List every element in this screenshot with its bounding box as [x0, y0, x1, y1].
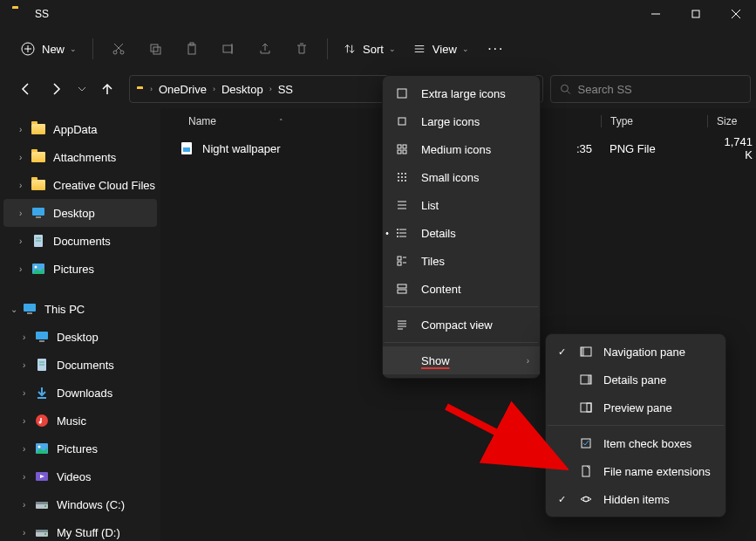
sidebar-item-pictures[interactable]: ›Pictures — [3, 435, 157, 462]
sidebar-item-creative-cloud-files[interactable]: ›Creative Cloud Files — [3, 171, 157, 199]
chevron-right-icon: › — [150, 85, 153, 93]
sidebar-item-downloads[interactable]: ›Downloads — [3, 379, 157, 407]
menu-item-medium-icons[interactable]: Medium icons — [383, 135, 540, 163]
menu-item-show[interactable]: Show › — [383, 346, 540, 374]
chevron-right-icon: › — [19, 153, 28, 162]
svg-point-59 — [398, 176, 399, 178]
menu-item-navigation-pane[interactable]: ✓Navigation pane — [546, 338, 725, 366]
chevron-right-icon: › — [19, 236, 28, 246]
menu-item-content[interactable]: Content — [383, 275, 540, 303]
sidebar-item-this-pc[interactable]: ⌄ This PC — [3, 295, 157, 323]
breadcrumb-segment[interactable]: OneDrive — [159, 83, 207, 96]
chevron-right-icon: › — [23, 332, 31, 342]
current-marker-icon: • — [381, 229, 393, 238]
sort-indicator-icon: ˄ — [279, 118, 283, 127]
sm-icon — [395, 171, 409, 183]
menu-item-details-pane[interactable]: Details pane — [546, 366, 725, 394]
menu-separator — [385, 306, 538, 307]
svg-rect-13 — [188, 45, 195, 54]
chevron-right-icon: › — [19, 181, 28, 190]
sidebar-item-videos[interactable]: ›Videos — [3, 462, 157, 490]
hidden-icon — [579, 493, 593, 505]
search-box[interactable] — [550, 75, 751, 103]
menu-item-extra-large-icons[interactable]: Extra large icons — [383, 79, 540, 107]
svg-rect-43 — [36, 502, 48, 504]
copy-button[interactable] — [139, 34, 172, 64]
window-titlebar: SS — [0, 0, 756, 28]
menu-separator — [385, 342, 538, 343]
divider — [327, 38, 328, 59]
menu-item-hidden-items[interactable]: ✓Hidden items — [546, 485, 725, 513]
sidebar-item-label: Attachments — [53, 151, 116, 164]
svg-rect-50 — [398, 89, 406, 98]
pictures-icon — [35, 442, 49, 455]
breadcrumb-segment[interactable]: Desktop — [221, 83, 263, 96]
sidebar-item-documents[interactable]: ›Documents — [3, 351, 157, 379]
lg-icon — [395, 115, 409, 127]
new-button[interactable]: New ⌄ — [14, 34, 84, 64]
svg-point-60 — [401, 176, 403, 178]
menu-item-compact-view[interactable]: Compact view — [383, 311, 540, 339]
menu-item-tiles[interactable]: Tiles — [383, 247, 540, 275]
svg-point-47 — [44, 533, 46, 535]
sidebar-item-label: Desktop — [53, 207, 95, 220]
svg-rect-30 — [27, 312, 32, 314]
menu-item-list[interactable]: List — [383, 191, 540, 219]
documents-icon — [35, 358, 49, 372]
view-button[interactable]: View ⌄ — [406, 34, 476, 64]
sidebar-item-my-stuff-d-[interactable]: ›My Stuff (D:) — [3, 518, 157, 541]
sidebar-item-windows-c-[interactable]: ›Windows (C:) — [3, 490, 157, 518]
share-button[interactable] — [249, 34, 282, 64]
cut-button[interactable] — [102, 34, 135, 64]
rename-button[interactable] — [212, 34, 245, 64]
previewpane-icon — [579, 401, 593, 414]
chevron-right-icon: › — [23, 360, 31, 370]
paste-button[interactable] — [175, 34, 208, 64]
tiles-icon — [395, 255, 409, 267]
menu-item-label: Item check boxes — [603, 437, 691, 450]
svg-line-10 — [114, 44, 121, 51]
search-input[interactable] — [578, 83, 741, 96]
more-button[interactable]: ··· — [480, 34, 513, 64]
menu-item-small-icons[interactable]: Small icons — [383, 163, 540, 191]
svg-point-56 — [398, 173, 399, 175]
menu-item-label: Large icons — [421, 115, 480, 128]
menu-item-file-name-extensions[interactable]: File name extensions — [546, 457, 725, 485]
chevron-right-icon: › — [19, 264, 28, 274]
back-button[interactable] — [10, 74, 40, 104]
menu-item-preview-pane[interactable]: Preview pane — [546, 394, 725, 421]
close-button[interactable] — [716, 0, 756, 28]
sidebar-item-label: Downloads — [57, 387, 112, 400]
sidebar-item-desktop[interactable]: ›Desktop — [3, 323, 157, 351]
sidebar-item-pictures[interactable]: ›Pictures — [3, 255, 157, 283]
sort-button[interactable]: Sort ⌄ — [337, 34, 403, 64]
column-size[interactable]: Size — [707, 115, 737, 127]
minimize-button[interactable] — [636, 0, 676, 28]
sidebar-item-documents[interactable]: ›Documents — [3, 227, 157, 255]
chevron-right-icon: › — [23, 528, 31, 538]
menu-item-item-check-boxes[interactable]: Item check boxes — [546, 429, 725, 457]
sidebar-item-attachments[interactable]: ›Attachments — [3, 143, 157, 171]
up-button[interactable] — [92, 74, 122, 104]
view-label: View — [432, 43, 457, 56]
recent-button[interactable] — [73, 74, 91, 104]
sidebar-item-appdata[interactable]: ›AppData — [3, 115, 157, 143]
sidebar-item-label: Documents — [53, 235, 111, 248]
xl-icon — [395, 87, 409, 99]
sidebar-item-label: Creative Cloud Files — [53, 179, 155, 192]
folder-icon — [31, 178, 45, 192]
column-type[interactable]: Type — [601, 115, 707, 127]
menu-item-details[interactable]: •Details — [383, 219, 540, 247]
chevron-right-icon: › — [527, 356, 529, 366]
folder-icon — [12, 9, 26, 20]
delete-button[interactable] — [285, 34, 318, 64]
sidebar-item-desktop[interactable]: ›Desktop — [3, 199, 157, 227]
maximize-button[interactable] — [676, 0, 716, 28]
sidebar-item-label: Music — [57, 414, 86, 428]
sidebar-item-music[interactable]: ›Music — [3, 407, 157, 435]
forward-button[interactable] — [42, 74, 72, 104]
svg-point-20 — [562, 85, 569, 92]
breadcrumb-segment[interactable]: SS — [278, 83, 293, 96]
documents-icon — [31, 234, 45, 248]
menu-item-large-icons[interactable]: Large icons — [383, 107, 540, 135]
